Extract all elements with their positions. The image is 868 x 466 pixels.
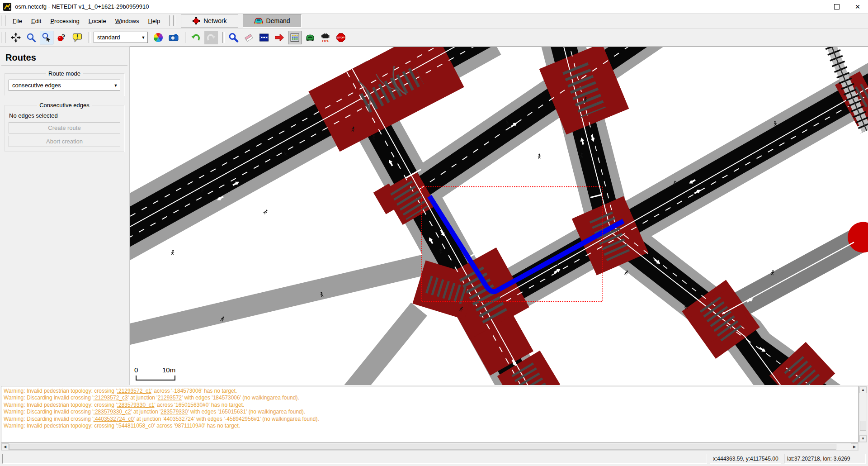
message-log[interactable]: Warning: Invalid pedestrian topology: cr… [1,386,859,442]
object-id-link[interactable]: :21293572_c3 [94,395,128,401]
inspect-mode-button[interactable] [226,31,240,44]
network-map[interactable]: 0 10m [130,47,868,385]
move-view-button[interactable] [9,31,23,44]
scroll-left-button[interactable]: ◀ [1,443,9,450]
snapshot-camera-icon [168,32,179,43]
locate-question-button[interactable]: ? [55,31,69,44]
minimize-button[interactable]: ─ [806,0,826,13]
chevron-down-icon: ▼ [139,35,147,40]
status-bar: x:444363.59, y:4117545.00 lat:37.202718,… [0,452,868,466]
object-id-link[interactable]: :283579330_c2 [94,409,131,415]
message-bubble-button[interactable]: ! [71,31,84,44]
object-id-link[interactable]: 21293572 [158,395,182,401]
menu-windows[interactable]: Windows [111,15,144,27]
view-scheme-select[interactable]: standard ▼ [94,32,148,43]
maximize-icon [834,4,840,10]
route-mode-icon [289,32,300,43]
warning-text: ' across '165015630#0' has no target. [154,402,244,408]
zoom-button[interactable] [24,31,38,44]
scroll-right-button[interactable]: ▶ [851,443,858,450]
create-route-button[interactable]: Create route [9,122,120,133]
message-vertical-scrollbar[interactable]: ▲ ▼ [859,386,867,442]
supermode-network-button[interactable]: Network [181,14,238,28]
menu-edit[interactable]: Edit [27,15,46,27]
toolbar-grip[interactable] [5,32,7,43]
menu-help[interactable]: Help [143,15,165,27]
warning-text: ' with edges '165015631' (no walkingarea… [188,409,305,415]
frame-title: Routes [5,52,129,63]
toolbar-grip[interactable] [222,32,225,43]
warning-line: Warning: Invalid pedestrian topology: cr… [4,423,856,429]
delete-eraser-icon [243,32,254,43]
maximize-button[interactable] [826,0,847,13]
chevron-down-icon: ▼ [112,83,120,88]
toolbar-grip[interactable] [185,32,187,43]
warning-text: ' at junction '4403532724' with edges '-… [134,416,319,422]
object-id-link[interactable]: :4403532724_c0 [94,416,134,422]
divider [1,65,127,66]
toolbar-grip[interactable] [89,32,91,43]
delete-mode-button[interactable] [242,31,255,44]
supermode-demand-button[interactable]: Demand [243,14,302,28]
route-mode-value: consecutive edges [9,82,112,89]
stop-mode-button[interactable]: STOP [334,31,348,44]
window-controls: ─ × [806,0,868,13]
consecutive-edges-group-label: Consecutive edges [37,102,92,109]
toolbar-grip[interactable] [169,15,171,26]
warning-text: ' at junction ' [128,395,158,401]
close-button[interactable]: × [847,0,868,13]
status-xy-coordinates: x:444363.59, y:4117545.00 [710,454,781,464]
vehicle-mode-button[interactable] [303,31,317,44]
netedit-logo-icon [3,3,11,11]
toolbar-grip[interactable] [173,15,175,26]
route-mode-select[interactable]: consecutive edges ▼ [9,80,120,91]
scale-bar-end-label: 10m [162,366,175,374]
message-horizontal-scrollbar[interactable]: ◀ ▶ [1,443,859,451]
warning-text: Warning: Invalid pedestrian topology: cr… [4,388,117,394]
type-icon-label: TYPE [322,39,330,42]
route-mode-button[interactable] [288,31,302,44]
move-mode-button[interactable] [273,31,286,44]
supermode-network-label: Network [203,17,226,24]
warning-line: Warning: Discarding invalid crossing ':2… [4,395,856,401]
svg-text:!: ! [76,33,78,39]
toolbar-grip[interactable] [5,15,7,26]
scroll-up-button[interactable]: ▲ [859,386,867,393]
object-id-link[interactable]: :283579330_c1 [117,402,155,408]
inspect-icon [228,32,239,43]
toolbar-grip[interactable] [1,15,3,26]
object-id-link[interactable]: 283579330 [160,409,188,415]
network-canvas[interactable]: 0 10m [130,47,868,385]
color-wheel-icon [153,32,164,43]
scroll-down-button[interactable]: ▼ [859,435,867,442]
status-message-field [2,454,707,464]
abort-creation-button[interactable]: Abort creation [9,136,120,147]
zoom-cursor-button[interactable] [40,31,53,44]
warning-text: Warning: Discarding invalid crossing ' [4,409,94,415]
message-window: Warning: Invalid pedestrian topology: cr… [0,385,868,452]
close-icon: × [855,2,860,11]
color-wheel-button[interactable] [151,31,165,44]
select-mode-button[interactable] [257,31,271,44]
undo-button[interactable] [189,31,203,44]
menu-locate[interactable]: Locate [84,15,111,27]
vehicle-type-mode-button[interactable]: TYPE [319,31,332,44]
message-bubble-icon: ! [72,32,83,43]
zoom-cursor-icon [41,32,52,43]
undo-icon [190,32,201,43]
menu-processing[interactable]: Processing [46,15,84,27]
warning-text: Warning: Invalid pedestrian topology: cr… [4,423,240,429]
warning-line: Warning: Invalid pedestrian topology: cr… [4,388,856,395]
object-id-link[interactable]: :21293572_c1 [117,388,151,394]
redo-button[interactable] [204,31,218,44]
vehicle-type-mode-icon: TYPE [320,32,331,43]
route-mode-group-label: Route mode [46,70,83,77]
locate-question-icon: ? [57,32,67,43]
snapshot-camera-button[interactable] [167,31,180,44]
warning-text: ' with edges '184573006' (no walkingarea… [182,395,299,401]
toolbar-grip[interactable] [1,32,3,43]
vertical-scroll-thumb[interactable] [860,421,866,431]
move-arrow-icon [274,32,285,43]
menu-file[interactable]: File [8,15,27,27]
horizontal-scroll-thumb[interactable] [9,444,836,450]
